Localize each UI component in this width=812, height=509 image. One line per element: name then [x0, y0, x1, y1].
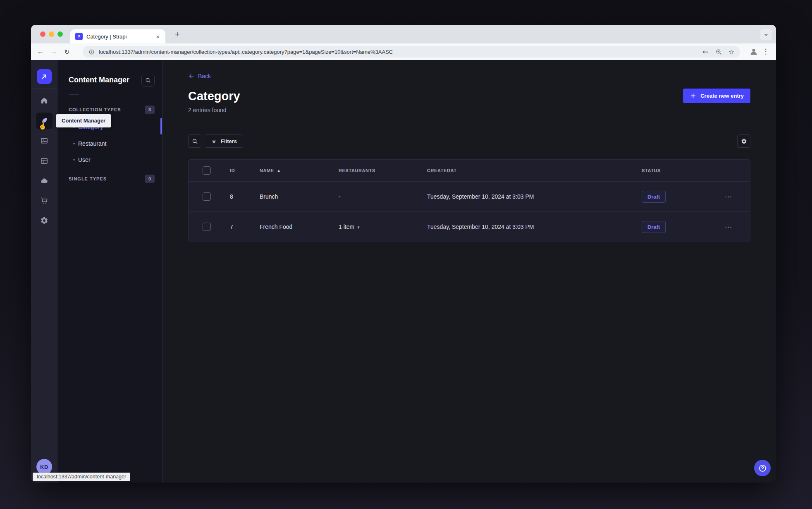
strapi-logo[interactable] [37, 69, 52, 84]
maximize-window-button[interactable] [57, 31, 63, 37]
nav-content-type-builder-button[interactable] [36, 153, 53, 169]
browser-profile-button[interactable] [749, 47, 759, 57]
cell-createdat: Tuesday, September 10, 2024 at 3:03 PM [417, 193, 632, 200]
minimize-window-button[interactable] [49, 31, 54, 37]
column-header-id[interactable]: ID [220, 168, 250, 173]
status-badge: Draft [642, 191, 666, 203]
nav-marketplace-button[interactable] [36, 192, 53, 209]
column-header-name-label: NAME [260, 168, 274, 173]
column-header-createdat[interactable]: CREATEDAT [417, 168, 632, 173]
row-actions-button[interactable]: ⋯ [725, 223, 732, 231]
bookmark-star-icon[interactable]: ☆ [728, 48, 734, 55]
new-tab-button[interactable]: + [172, 29, 183, 40]
zoom-icon[interactable] [715, 48, 722, 55]
nav-media-library-button[interactable] [36, 132, 53, 149]
sidebar-item-user[interactable]: User [57, 152, 162, 167]
url-bar-icons: ☆ [702, 48, 734, 55]
filter-icon [211, 138, 217, 144]
tab-close-icon[interactable]: × [154, 33, 161, 40]
column-header-name[interactable]: NAME ▲ [250, 168, 329, 173]
hand-cursor-icon: ☝ [37, 121, 48, 131]
strapi-favicon-icon [75, 33, 83, 40]
column-header-status[interactable]: STATUS [632, 168, 715, 173]
cell-name: French Food [250, 223, 329, 230]
cell-restaurants: - [329, 193, 417, 200]
subnav-search-button[interactable] [141, 74, 155, 87]
site-info-icon [88, 49, 95, 55]
password-key-icon[interactable] [702, 48, 709, 55]
sidebar-item-label: Restaurant [78, 140, 106, 147]
search-icon [192, 138, 198, 144]
restaurants-count[interactable]: 1 item [339, 223, 354, 230]
collection-types-label: COLLECTION TYPES [69, 107, 121, 112]
filters-button[interactable]: Filters [205, 134, 243, 148]
list-actions-row: Filters [188, 134, 750, 148]
column-header-restaurants[interactable]: RESTAURANTS [329, 168, 417, 173]
layout-icon [40, 157, 48, 165]
cell-id: 7 [220, 223, 250, 230]
back-label: Back [198, 73, 211, 79]
collection-types-section: COLLECTION TYPES 3 [69, 105, 155, 115]
plus-icon [690, 92, 697, 99]
content-manager-tooltip: Content Manager [56, 114, 111, 127]
subnav-divider [69, 94, 79, 95]
sidebar-item-restaurant[interactable]: Restaurant [57, 136, 162, 151]
entries-table: ID NAME ▲ RESTAURANTS CREATEDAT STATUS 8… [188, 159, 750, 242]
shopping-cart-icon [40, 197, 48, 205]
cell-id: 8 [220, 193, 250, 200]
single-types-section: SINGLE TYPES 0 [69, 174, 155, 184]
subnav-title: Content Manager [69, 76, 129, 84]
help-button[interactable] [754, 460, 771, 476]
browser-reload-button[interactable]: ↻ [60, 45, 74, 58]
browser-back-button[interactable]: ← [34, 45, 47, 58]
gear-icon [741, 138, 747, 144]
tab-title: Category | Strapi [86, 34, 154, 40]
tab-strip: Category | Strapi × + [31, 25, 776, 43]
nav-cloud-button[interactable] [36, 173, 53, 189]
bullet-icon [73, 159, 75, 161]
nav-home-button[interactable] [36, 92, 53, 109]
status-badge: Draft [642, 221, 666, 233]
nav-settings-button[interactable] [36, 212, 53, 229]
caret-down-icon[interactable]: ▾ [357, 225, 360, 230]
single-types-label: SINGLE TYPES [69, 176, 107, 181]
browser-forward-button[interactable]: → [47, 45, 60, 58]
cell-createdat: Tuesday, September 10, 2024 at 3:03 PM [417, 223, 632, 230]
single-types-count-badge: 0 [145, 175, 155, 183]
entries-count: 2 entries found [188, 107, 227, 113]
back-link[interactable]: Back [188, 73, 211, 79]
link-status-bubble: localhost:1337/admin/content-manager [33, 473, 130, 481]
row-checkbox[interactable] [203, 223, 211, 231]
sort-ascending-icon: ▲ [277, 168, 281, 173]
row-checkbox[interactable] [203, 192, 211, 201]
arrow-left-icon [188, 73, 195, 79]
table-row[interactable]: 8 Brunch - Tuesday, September 10, 2024 a… [189, 181, 750, 211]
gear-icon [40, 216, 48, 225]
table-settings-button[interactable] [737, 134, 750, 148]
main-content: Back Category 2 entries found Create new… [162, 60, 776, 483]
url-bar[interactable]: localhost:1337/admin/content-manager/col… [83, 46, 740, 58]
sidebar-item-label: User [78, 156, 91, 163]
subnav-scrollbar[interactable] [160, 118, 162, 134]
cloud-icon [40, 177, 48, 185]
row-actions-button[interactable]: ⋯ [725, 193, 732, 201]
create-new-entry-button[interactable]: Create new entry [683, 89, 750, 103]
page-content: KD Content Manager COLLECTION TYPES 3 Ca… [31, 60, 776, 483]
table-row[interactable]: 7 French Food 1 item▾ Tuesday, September… [189, 211, 750, 242]
tab-search-button[interactable] [760, 29, 772, 40]
browser-window: Category | Strapi × + ← → ↻ localhost:13… [31, 25, 776, 483]
media-library-icon [40, 137, 48, 145]
question-mark-icon [758, 464, 767, 473]
person-icon [749, 47, 759, 57]
table-search-button[interactable] [188, 134, 201, 148]
browser-toolbar: ← → ↻ localhost:1337/admin/content-manag… [31, 43, 776, 60]
chevron-down-icon [763, 32, 769, 38]
close-window-button[interactable] [40, 31, 45, 37]
traffic-lights [40, 31, 63, 37]
search-icon [145, 77, 151, 83]
browser-menu-button[interactable]: ⋮ [762, 47, 770, 57]
page-title: Category [188, 89, 240, 103]
select-all-checkbox[interactable] [203, 166, 211, 175]
bullet-icon [73, 143, 75, 144]
browser-tab[interactable]: Category | Strapi × [70, 29, 165, 43]
